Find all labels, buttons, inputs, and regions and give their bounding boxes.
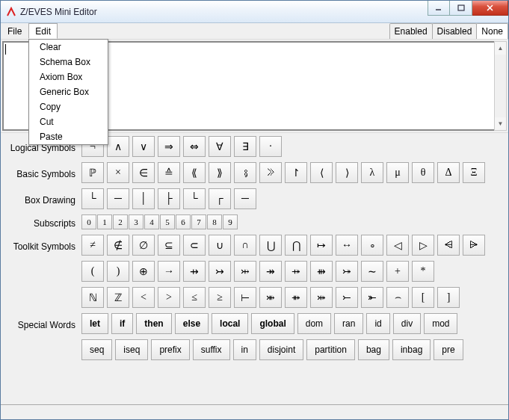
symbol-button[interactable]: ⤜ — [361, 287, 383, 308]
menu-edit[interactable]: Edit — [28, 23, 58, 39]
symbol-button[interactable]: ) — [107, 261, 129, 282]
filter-none[interactable]: None — [476, 23, 508, 39]
symbol-button[interactable]: ⤚ — [336, 287, 358, 308]
menu-schema-box[interactable]: Schema Box — [29, 55, 108, 70]
symbol-button[interactable]: 7 — [191, 214, 206, 229]
symbol-button[interactable]: 2 — [113, 214, 128, 229]
symbol-button[interactable]: ┌ — [209, 188, 231, 209]
symbol-button[interactable]: ⋂ — [285, 235, 307, 256]
symbol-button[interactable]: ⤔ — [234, 261, 256, 282]
symbol-button[interactable]: θ — [412, 162, 434, 183]
symbol-button[interactable]: else — [175, 313, 209, 334]
symbol-button[interactable]: │ — [132, 188, 155, 209]
symbol-button[interactable]: global — [251, 313, 294, 334]
symbol-button[interactable]: if — [111, 313, 133, 334]
menu-copy[interactable]: Copy — [29, 99, 108, 114]
symbol-button[interactable]: ⩤ — [437, 235, 460, 256]
symbol-button[interactable]: in — [233, 339, 256, 360]
symbol-button[interactable]: ⤗ — [310, 287, 333, 308]
symbol-button[interactable]: disjoint — [259, 339, 303, 360]
symbol-button[interactable]: ≤ — [183, 287, 206, 308]
symbol-button[interactable]: ↠ — [259, 261, 282, 282]
symbol-button[interactable]: ⇔ — [183, 136, 206, 157]
symbol-button[interactable]: bag — [358, 339, 389, 360]
symbol-button[interactable]: μ — [386, 162, 409, 183]
symbol-button[interactable]: ⟩ — [336, 162, 358, 183]
symbol-button[interactable]: dom — [297, 313, 331, 334]
symbol-button[interactable]: ⨟ — [234, 162, 256, 183]
symbol-button[interactable]: id — [366, 313, 389, 334]
symbol-button[interactable]: div — [393, 313, 421, 334]
menu-paste[interactable]: Paste — [29, 129, 108, 144]
symbol-button[interactable]: 5 — [160, 214, 175, 229]
symbol-button[interactable]: ⋃ — [259, 235, 282, 256]
symbol-button[interactable]: ∅ — [132, 235, 155, 256]
symbol-button[interactable]: 1 — [97, 214, 112, 229]
symbol-button[interactable]: ⤀ — [285, 261, 307, 282]
symbol-button[interactable]: ∼ — [361, 261, 383, 282]
symbol-button[interactable]: ℕ — [81, 287, 104, 308]
symbol-button[interactable]: ] — [437, 287, 460, 308]
symbol-button[interactable]: > — [158, 287, 180, 308]
symbol-button[interactable]: < — [132, 287, 155, 308]
symbol-button[interactable]: ↣ — [209, 261, 231, 282]
symbol-button[interactable]: ⤕ — [259, 287, 282, 308]
symbol-button[interactable]: ≙ — [158, 162, 180, 183]
symbol-button[interactable]: ─ — [234, 188, 256, 209]
menu-clear[interactable]: Clear — [29, 40, 108, 55]
maximize-button[interactable] — [450, 1, 472, 16]
symbol-button[interactable]: ran — [334, 313, 363, 334]
symbol-button[interactable]: suffix — [193, 339, 230, 360]
symbol-button[interactable]: ⇸ — [183, 261, 206, 282]
symbol-button[interactable]: ⊢ — [234, 287, 256, 308]
symbol-button[interactable]: then — [136, 313, 171, 334]
scroll-up-icon[interactable]: ▲ — [495, 42, 506, 55]
symbol-button[interactable]: ∃ — [234, 136, 256, 157]
symbol-button[interactable]: ∧ — [107, 136, 129, 157]
symbol-button[interactable]: ⇻ — [310, 261, 333, 282]
symbol-button[interactable]: ∪ — [209, 235, 231, 256]
symbol-button[interactable]: ↦ — [310, 235, 333, 256]
symbol-button[interactable]: └ — [183, 188, 206, 209]
symbol-button[interactable]: Δ — [437, 162, 460, 183]
symbol-button[interactable]: ─ — [107, 188, 129, 209]
menu-file[interactable]: File — [1, 23, 28, 39]
symbol-button[interactable]: ↔ — [336, 235, 358, 256]
scroll-down-icon[interactable]: ▼ — [495, 117, 506, 130]
symbol-button[interactable]: ∩ — [234, 235, 256, 256]
symbol-button[interactable]: * — [412, 261, 434, 282]
symbol-button[interactable]: iseq — [115, 339, 148, 360]
symbol-button[interactable]: ◁ — [386, 235, 409, 256]
menu-cut[interactable]: Cut — [29, 114, 108, 129]
symbol-button[interactable]: ⩥ — [463, 235, 485, 256]
symbol-button[interactable]: ├ — [158, 188, 180, 209]
symbol-button[interactable]: ∨ — [132, 136, 155, 157]
symbol-button[interactable]: ▷ — [412, 235, 434, 256]
symbol-button[interactable]: ⤁ — [285, 287, 307, 308]
symbol-button[interactable]: ( — [81, 261, 104, 282]
symbol-button[interactable]: ⇒ — [158, 136, 180, 157]
symbol-button[interactable]: inbag — [392, 339, 431, 360]
symbol-button[interactable]: ⌢ — [386, 287, 409, 308]
symbol-button[interactable]: ≠ — [81, 235, 104, 256]
symbol-button[interactable]: ⟪ — [183, 162, 206, 183]
symbol-button[interactable]: partition — [306, 339, 355, 360]
symbol-button[interactable]: let — [81, 313, 108, 334]
symbol-button[interactable]: 4 — [144, 214, 159, 229]
close-button[interactable] — [472, 1, 508, 16]
symbol-button[interactable]: ⊆ — [158, 235, 180, 256]
symbol-button[interactable]: local — [212, 313, 248, 334]
symbol-button[interactable]: ∘ — [361, 235, 383, 256]
symbol-button[interactable]: prefix — [151, 339, 189, 360]
symbol-button[interactable]: ∈ — [132, 162, 155, 183]
symbol-button[interactable]: + — [386, 261, 409, 282]
symbol-button[interactable]: pre — [434, 339, 463, 360]
minimize-button[interactable] — [428, 1, 450, 16]
symbol-button[interactable]: · — [259, 136, 282, 157]
symbol-button[interactable]: mod — [424, 313, 457, 334]
symbol-button[interactable]: × — [107, 162, 129, 183]
symbol-button[interactable]: ↾ — [285, 162, 307, 183]
symbol-button[interactable]: ⨠ — [259, 162, 282, 183]
vertical-scrollbar[interactable]: ▲ ▼ — [494, 41, 507, 131]
filter-enabled[interactable]: Enabled — [389, 23, 433, 39]
